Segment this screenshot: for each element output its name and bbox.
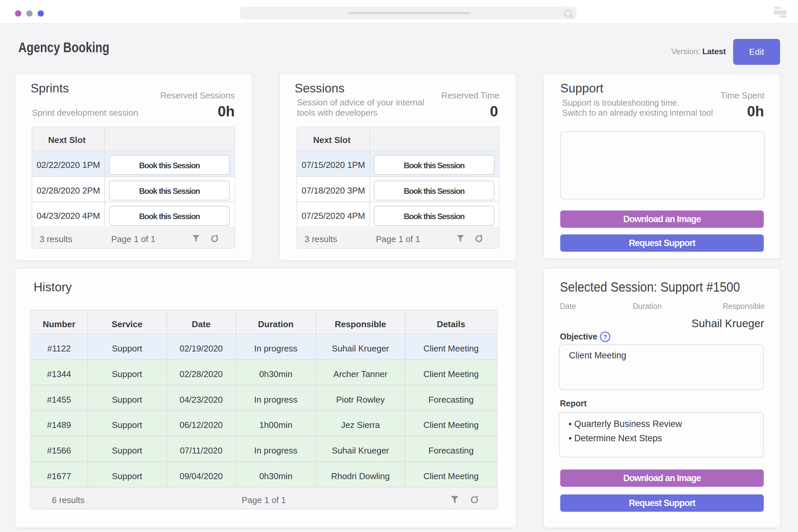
svg-text:?: ? bbox=[603, 334, 607, 341]
